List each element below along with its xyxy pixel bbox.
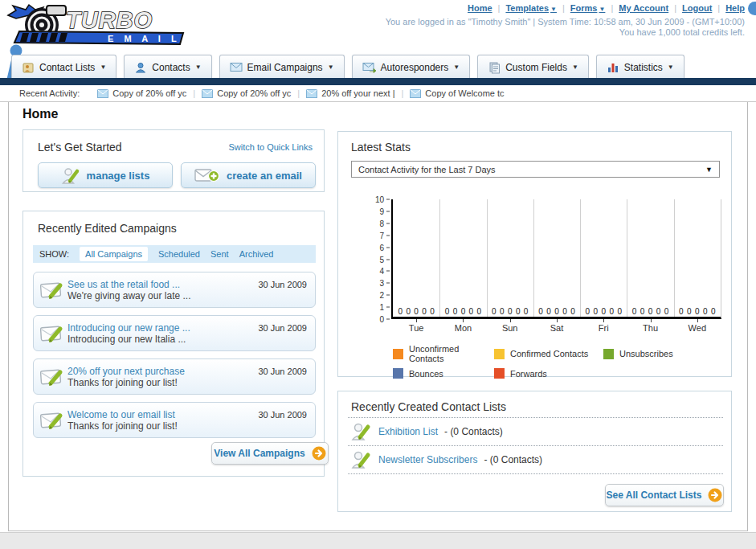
- orange-arrow-icon: [312, 446, 326, 461]
- contact-list-name-link[interactable]: Exhibition List: [378, 426, 438, 437]
- tab-statistics[interactable]: Statistics▼: [596, 55, 684, 79]
- campaign-card[interactable]: Introducing our new range ... Introducin…: [33, 315, 316, 351]
- top-nav-link[interactable]: Home▼: [468, 3, 492, 13]
- recent-activity-bar: Recent Activity: Copy of 20% off yc | Co…: [0, 85, 756, 102]
- person-pencil-icon: [351, 449, 372, 470]
- bar-value-label: 0: [601, 307, 606, 316]
- app-window: TURBO E M A I L Home▼ | Templates▼ | For: [0, 0, 756, 549]
- chart-category-group: 00000Tue: [393, 199, 439, 317]
- y-axis-tick-label: 8: [379, 219, 390, 227]
- campaign-date: 30 Jun 2009: [258, 280, 307, 289]
- statistics-icon: [607, 61, 619, 73]
- campaign-title-link[interactable]: Introducing our new range ...: [67, 322, 251, 334]
- bar-value-label: 0: [406, 307, 411, 316]
- chevron-down-icon: ▼: [195, 64, 202, 71]
- y-axis-tick-label: 5: [379, 255, 390, 264]
- campaign-date: 30 Jun 2009: [258, 410, 307, 420]
- y-axis-tick-label: 3: [379, 279, 390, 288]
- recent-activity-label: Recent Activity:: [19, 88, 80, 98]
- bar-value-label: 0: [516, 307, 521, 316]
- chart-groups: 00000Tue00000Mon00000Sun00000Sat00000Fri…: [393, 199, 721, 317]
- top-nav-link[interactable]: Help▼: [725, 3, 745, 13]
- envelope-pencil-icon: [40, 324, 67, 343]
- recent-activity-item[interactable]: Copy of 20% off yc: [202, 88, 291, 98]
- campaign-card[interactable]: Welcome to our email list Thanks for joi…: [33, 402, 316, 438]
- x-axis-tick: [603, 319, 604, 322]
- bar-value-label: 0: [422, 307, 427, 316]
- recent-activity-item[interactable]: 20% off your next |: [306, 88, 394, 98]
- contact-list-row[interactable]: Newsletter Subscribers - (0 Contacts): [348, 445, 723, 474]
- chart-category-group: 00000Thu: [627, 199, 673, 317]
- contact-list-name-link[interactable]: Newsletter Subscribers: [378, 454, 477, 465]
- contact-list-count: - (0 Contacts): [444, 426, 503, 437]
- svg-text:TURBO: TURBO: [66, 7, 153, 33]
- stats-report-dropdown[interactable]: Contact Activity for the Last 7 Days ▼: [351, 161, 720, 178]
- top-navigation: Home▼ | Templates▼ | Forms▼ | My Account…: [468, 3, 745, 13]
- tab-email-campaigns[interactable]: Email Campaigns▼: [219, 55, 345, 79]
- see-all-contact-lists-button[interactable]: See All Contact Lists: [605, 484, 724, 506]
- x-axis-category-label: Thu: [627, 323, 673, 333]
- chart-category-group: 00000Sun: [487, 199, 533, 317]
- filter-archived[interactable]: Archived: [239, 249, 274, 259]
- bar-value-label: 0: [664, 307, 669, 316]
- top-nav-link[interactable]: My Account▼: [619, 3, 668, 13]
- chevron-down-icon: ▼: [668, 64, 674, 71]
- view-all-campaigns-button[interactable]: View All Campaigns: [211, 442, 329, 465]
- campaign-card[interactable]: See us at the retail food ... We're givi…: [33, 272, 316, 308]
- tab-autoresponders[interactable]: Autoresponders▼: [352, 55, 471, 79]
- chevron-down-icon: ▼: [705, 166, 713, 174]
- create-email-button[interactable]: create an email: [181, 162, 316, 188]
- bar-value-label: 0: [492, 307, 497, 316]
- tab-contacts[interactable]: Contacts▼: [124, 55, 211, 79]
- contacts-icon: [134, 61, 147, 74]
- recent-campaigns-panel: Recently Edited Campaigns SHOW: All Camp…: [22, 211, 325, 477]
- svg-text:E M A I L: E M A I L: [108, 34, 181, 43]
- bar-value-label: 0: [453, 307, 458, 316]
- login-status-text: You are logged in as "Timothy Smith" | S…: [386, 17, 745, 27]
- tab-contact-lists[interactable]: Contact Lists▼: [11, 55, 116, 79]
- bar-value-label: 0: [648, 307, 653, 316]
- bar-value-label: 0: [594, 307, 599, 316]
- switch-quick-links-link[interactable]: Switch to Quick Links: [228, 142, 313, 152]
- recent-activity-item[interactable]: Copy of Welcome tc: [410, 88, 504, 98]
- x-axis-tick: [463, 319, 464, 322]
- filter-sent[interactable]: Sent: [210, 249, 229, 259]
- x-axis-category-label: Sat: [533, 323, 580, 333]
- campaign-filter-bar: SHOW: All Campaigns Scheduled Sent Archi…: [33, 245, 316, 263]
- campaign-card[interactable]: 20% off your next purchase Thanks for jo…: [33, 358, 316, 395]
- y-axis-tick-label: 0: [379, 315, 390, 324]
- nav-separator: |: [674, 3, 676, 13]
- manage-lists-button[interactable]: manage lists: [38, 162, 173, 188]
- top-nav-link[interactable]: Templates▼: [505, 3, 557, 13]
- campaign-subtitle: Thanks for joining our list!: [67, 420, 251, 432]
- bar-value-label: 0: [586, 307, 590, 316]
- x-axis-tick: [557, 319, 558, 322]
- top-nav-link[interactable]: Logout▼: [682, 3, 712, 13]
- campaign-title-link[interactable]: Welcome to our email list: [67, 409, 251, 420]
- recent-activity-item[interactable]: Copy of 20% off yc: [97, 88, 186, 98]
- legend-swatch: [494, 349, 505, 359]
- show-label: SHOW:: [39, 249, 69, 259]
- campaign-title-link[interactable]: See us at the retail food ...: [67, 279, 251, 290]
- recent-campaigns-title: Recently Edited Campaigns: [38, 222, 177, 235]
- bar-value-label: 0: [711, 307, 716, 316]
- filter-scheduled[interactable]: Scheduled: [158, 249, 200, 259]
- bar-value-label: 0: [469, 307, 474, 316]
- chart-legend: Unconfirmed Contacts Confirmed Contacts …: [393, 344, 714, 379]
- chart-plot: 00000Tue00000Mon00000Sun00000Sat00000Fri…: [391, 199, 721, 319]
- bar-value-label: 0: [398, 307, 403, 316]
- envelope-pencil-icon: [40, 281, 67, 300]
- contact-list-row[interactable]: Exhibition List - (0 Contacts): [348, 417, 723, 445]
- campaign-title-link[interactable]: 20% off your next purchase: [67, 366, 251, 377]
- envelope-pencil-icon: [40, 367, 67, 387]
- top-nav-link[interactable]: Forms▼: [570, 3, 606, 13]
- campaign-subtitle: Introducing our new Italia ...: [67, 334, 251, 345]
- tab-custom-fields[interactable]: Custom Fields▼: [477, 55, 589, 79]
- chart-category-group: 00000Mon: [439, 199, 486, 317]
- bar-value-label: 0: [508, 307, 513, 316]
- bar-value-label: 0: [679, 307, 684, 316]
- latest-stats-panel: Latest Stats Contact Activity for the La…: [337, 131, 732, 377]
- legend-item: Bounces: [393, 368, 494, 379]
- person-pencil-icon: [61, 166, 80, 185]
- filter-all-campaigns[interactable]: All Campaigns: [80, 247, 148, 261]
